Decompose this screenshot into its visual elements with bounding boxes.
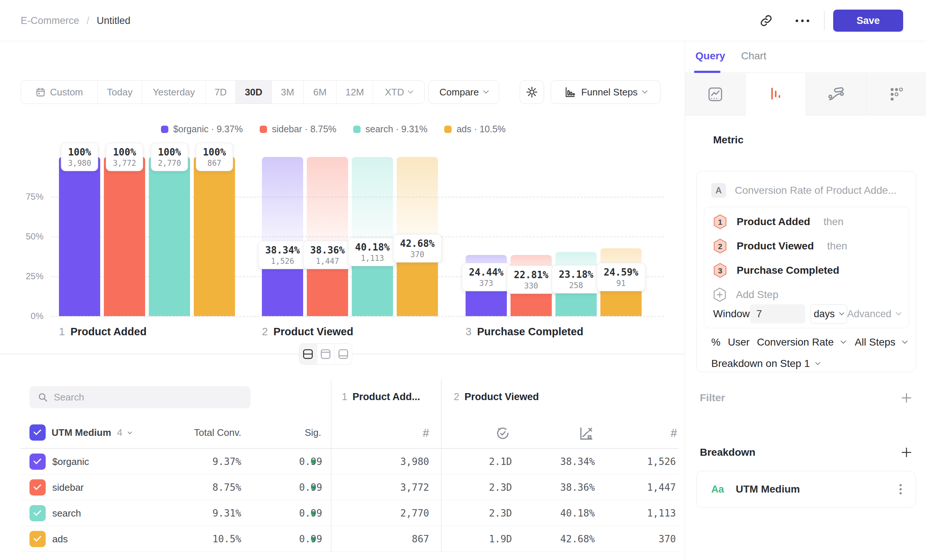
add-filter-button[interactable] xyxy=(900,392,912,404)
cell-viewed_count: 1,113 xyxy=(602,500,676,526)
funnel-bar[interactable] xyxy=(104,157,145,316)
layout-split-button[interactable] xyxy=(300,344,317,364)
range-label: XTD xyxy=(385,86,404,98)
ellipsis-icon xyxy=(796,20,809,22)
tab-flow-chart[interactable] xyxy=(806,73,866,115)
row-checkbox[interactable] xyxy=(29,531,46,547)
search-input[interactable] xyxy=(54,392,238,403)
range-12m[interactable]: 12M xyxy=(337,81,373,103)
compare-button[interactable]: Compare xyxy=(428,80,499,104)
tab-scatter-funnel[interactable] xyxy=(866,73,926,115)
breakdown-on-select[interactable]: Breakdown on Step 1 xyxy=(711,358,820,369)
range-7d[interactable]: 7D xyxy=(206,81,236,103)
legend-item[interactable]: sidebar · 8.75% xyxy=(260,124,336,135)
chart-legend: $organic · 9.37%sidebar · 8.75%search · … xyxy=(0,124,667,135)
funnel-bars-icon xyxy=(767,85,785,103)
svg-text:1: 1 xyxy=(718,218,722,226)
cell-total: 9.31% xyxy=(168,500,241,526)
bar-count-value: 1,526 xyxy=(265,257,300,266)
column-count-header[interactable]: # xyxy=(658,425,677,441)
y-axis-tick: 25% xyxy=(15,271,44,282)
query-step-row[interactable]: 3 Purchase Completed xyxy=(713,262,840,278)
window-value-input[interactable] xyxy=(750,304,805,324)
topbar-divider xyxy=(824,11,825,30)
row-checkbox[interactable] xyxy=(29,454,46,470)
cell-added_count: 3,980 xyxy=(356,449,429,475)
column-avg-time-header[interactable] xyxy=(492,425,510,441)
add-step-button[interactable]: Add Step xyxy=(713,287,778,303)
range-custom[interactable]: Custom xyxy=(21,81,98,103)
range-6m[interactable]: 6M xyxy=(304,81,337,103)
bar-pct-value: 100% xyxy=(68,147,91,158)
funnel-bar[interactable] xyxy=(149,157,190,316)
measure-entity[interactable]: User xyxy=(728,336,750,348)
chevron-down-icon xyxy=(839,310,844,315)
tab-funnel-chart[interactable] xyxy=(746,73,806,115)
date-range-selector: CustomTodayYesterday7D30D3M6M12MXTD xyxy=(21,80,425,104)
range-3m[interactable]: 3M xyxy=(272,81,304,103)
bar-count-value: 258 xyxy=(559,281,593,289)
column-count-header[interactable]: # xyxy=(411,425,429,441)
table-row[interactable]: $organic9.37%0.993,9802.1D38.34%1,526 xyxy=(21,449,678,475)
bar-pct-value: 38.34% xyxy=(265,245,300,256)
breadcrumb-current[interactable]: Untitled xyxy=(97,15,131,27)
save-button[interactable]: Save xyxy=(833,9,903,32)
column-header-total-conv[interactable]: Total Conv. xyxy=(168,424,241,440)
step-name: Purchase Completed xyxy=(477,326,583,338)
select-all-checkbox[interactable] xyxy=(29,424,46,440)
legend-item[interactable]: ads · 10.5% xyxy=(444,124,505,135)
cell-viewed_pct: 38.34% xyxy=(521,449,595,475)
measure-metric-select[interactable]: Conversion Rate xyxy=(757,336,834,348)
add-breakdown-button[interactable] xyxy=(900,446,912,458)
layout-chart-only-button[interactable] xyxy=(317,344,335,364)
column-header-sig[interactable]: Sig. xyxy=(284,424,321,440)
query-step-row[interactable]: 2 Product Viewedthen xyxy=(713,238,847,254)
chart-settings-button[interactable] xyxy=(520,80,544,104)
bar-count-value: 373 xyxy=(469,279,504,288)
step-event-name: Product Viewed xyxy=(737,240,814,252)
row-name: ads xyxy=(52,526,68,552)
breakdown-property-name: UTM Medium xyxy=(736,483,800,495)
tab-line-chart[interactable] xyxy=(685,73,746,115)
chart-view-selector[interactable]: Funnel Steps xyxy=(551,80,660,104)
table-row[interactable]: ads10.5%0.998671.9D42.68%370 xyxy=(21,526,678,552)
breakdown-item[interactable]: Aa UTM Medium xyxy=(696,471,916,508)
range-xtd[interactable]: XTD xyxy=(373,81,424,103)
funnel-bar-label: 42.68%370 xyxy=(393,234,442,262)
table-group-header-added[interactable]: 1 Product Add... xyxy=(342,391,420,403)
advanced-toggle[interactable]: Advanced xyxy=(847,308,900,320)
measure-scope-select[interactable]: All Steps xyxy=(855,336,896,348)
svg-text:3: 3 xyxy=(718,266,722,275)
tab-chart[interactable]: Chart xyxy=(741,50,766,62)
groupby-label[interactable]: UTM Medium xyxy=(51,427,111,439)
legend-item[interactable]: $organic · 9.37% xyxy=(161,124,243,135)
copy-link-button[interactable] xyxy=(755,9,777,32)
column-conv-rate-header[interactable] xyxy=(575,425,594,441)
cell-viewed_pct: 40.18% xyxy=(521,500,595,526)
table-group-header-viewed[interactable]: 2 Product Viewed xyxy=(454,391,539,403)
metric-title-row[interactable]: A Conversion Rate of Product Adde... xyxy=(711,183,897,198)
more-menu-button[interactable] xyxy=(791,9,813,32)
table-row[interactable]: sidebar8.75%0.993,7722.3D38.36%1,447 xyxy=(21,475,678,500)
legend-swatch xyxy=(161,126,168,133)
kebab-menu-icon[interactable] xyxy=(899,484,902,495)
range-today[interactable]: Today xyxy=(98,81,142,103)
cell-added_count: 3,772 xyxy=(356,475,429,500)
tab-query[interactable]: Query xyxy=(695,50,725,62)
table-row[interactable]: search9.31%0.992,7702.3D40.18%1,113 xyxy=(21,500,678,526)
range-30d[interactable]: 30D xyxy=(236,81,272,103)
query-step-row[interactable]: 1 Product Addedthen xyxy=(713,214,843,230)
window-unit-select[interactable]: days xyxy=(810,304,847,324)
row-name: $organic xyxy=(52,449,89,475)
funnel-bar[interactable] xyxy=(59,157,100,316)
legend-item[interactable]: search · 9.31% xyxy=(353,124,427,135)
layout-table-only-button[interactable] xyxy=(334,344,352,364)
range-yesterday[interactable]: Yesterday xyxy=(142,81,206,103)
chevron-down-icon xyxy=(642,88,648,94)
funnel-step-label: 3Purchase Completed xyxy=(466,326,583,338)
funnel-bar[interactable] xyxy=(194,157,235,316)
row-checkbox[interactable] xyxy=(29,479,46,495)
conversion-window-row: Window days Advanced xyxy=(713,304,900,324)
row-checkbox[interactable] xyxy=(29,505,46,521)
breadcrumb-parent[interactable]: E-Commerce xyxy=(21,15,79,27)
